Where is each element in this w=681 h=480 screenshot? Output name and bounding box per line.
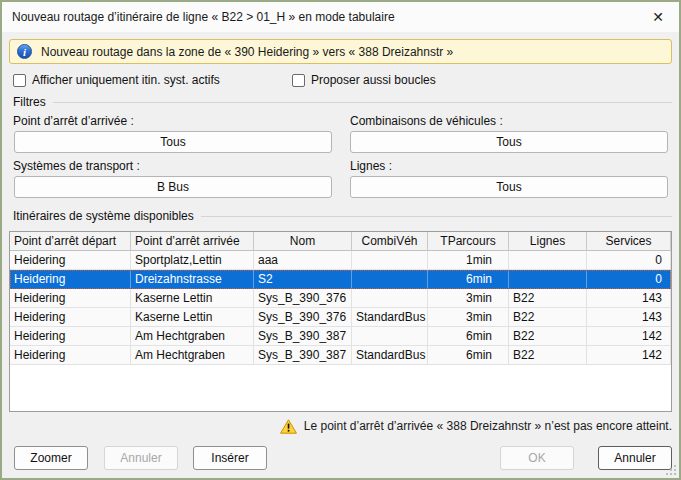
table-cell: 0 — [587, 270, 671, 289]
filter-button-vehicle-combinations[interactable]: Tous — [350, 131, 668, 153]
table-cell: Heidering — [10, 327, 131, 346]
table-cell: Heidering — [10, 308, 131, 327]
table-cell: Heidering — [10, 270, 131, 289]
routes-group-header: Itinéraires de système disponibles — [13, 209, 672, 223]
table-cell: B22 — [509, 346, 587, 365]
table-cell: Am Hechtgraben — [131, 327, 254, 346]
column-header[interactable]: Point d’arrêt départ — [10, 232, 131, 251]
table-cell: Heidering — [10, 346, 131, 365]
table-cell: 3min — [428, 289, 509, 308]
table-cell: StandardBus — [352, 308, 428, 327]
group-divider — [53, 102, 672, 103]
group-divider — [201, 216, 672, 217]
filter-label-vehicle-combinations: Combinaisons de véhicules : — [350, 114, 503, 128]
warning-icon — [280, 419, 297, 434]
filters-group-header: Filtres — [13, 95, 672, 109]
checkbox-icon[interactable] — [292, 74, 305, 87]
cancel-button[interactable]: Annuler — [598, 446, 672, 470]
title-bar: Nouveau routage d’itinéraire de ligne « … — [2, 2, 679, 32]
table-cell: B22 — [509, 327, 587, 346]
table-cell: 6min — [428, 270, 509, 289]
table-row[interactable]: HeideringKaserne LettinSys_B_390_3763min… — [10, 289, 671, 308]
filters-group-label: Filtres — [13, 95, 46, 109]
filter-button-transport-systems[interactable]: B Bus — [14, 176, 332, 198]
dialog-window: Nouveau routage d’itinéraire de ligne « … — [0, 0, 681, 480]
table-cell: Sys_B_390_376 — [254, 289, 352, 308]
filter-label-arrival-stop: Point d’arrêt d’arrivée : — [13, 114, 134, 128]
table-row[interactable]: HeideringAm HechtgrabenSys_B_390_387Stan… — [10, 346, 671, 365]
checkbox-row: Afficher uniquement itin. syst. actifs P… — [2, 72, 679, 88]
info-icon: i — [17, 44, 32, 59]
routes-group-label: Itinéraires de système disponibles — [13, 209, 194, 223]
checkbox-label: Afficher uniquement itin. syst. actifs — [32, 73, 220, 87]
table-cell: 143 — [587, 308, 671, 327]
table-cell: B22 — [509, 289, 587, 308]
table-cell: Am Hechtgraben — [131, 346, 254, 365]
table-cell — [352, 327, 428, 346]
table-cell: Heidering — [10, 289, 131, 308]
banner-text: Nouveau routage dans la zone de « 390 He… — [41, 45, 453, 59]
filter-label-lines: Lignes : — [350, 159, 392, 173]
table-cell: Sportplatz,Lettin — [131, 251, 254, 270]
table-cell: 142 — [587, 346, 671, 365]
table-cell: 3min — [428, 308, 509, 327]
table-cell: Heidering — [10, 251, 131, 270]
filter-label-transport-systems: Systèmes de transport : — [13, 159, 140, 173]
table-cell: Sys_B_390_376 — [254, 308, 352, 327]
table-cell — [352, 289, 428, 308]
table-cell: S2 — [254, 270, 352, 289]
table-cell: 143 — [587, 289, 671, 308]
info-banner: i Nouveau routage dans la zone de « 390 … — [9, 39, 672, 64]
table-cell — [352, 251, 428, 270]
table-cell: Sys_B_390_387 — [254, 346, 352, 365]
column-header[interactable]: Nom — [254, 232, 352, 251]
column-header[interactable]: CombiVéh — [352, 232, 428, 251]
insert-button[interactable]: Insérer — [193, 446, 267, 470]
table-cell: Dreizahnstrasse — [131, 270, 254, 289]
table-header: Point d’arrêt départPoint d’arrêt arrivé… — [10, 232, 671, 251]
routes-table[interactable]: Point d’arrêt départPoint d’arrêt arrivé… — [9, 231, 672, 412]
warning-text: Le point d’arrêt d’arrivée « 388 Dreizah… — [304, 419, 672, 433]
resize-grip[interactable] — [666, 465, 676, 475]
table-cell: StandardBus — [352, 346, 428, 365]
column-header[interactable]: Lignes — [509, 232, 587, 251]
warning-row: Le point d’arrêt d’arrivée « 388 Dreizah… — [280, 417, 672, 435]
column-header[interactable]: Point d’arrêt arrivée — [131, 232, 254, 251]
table-cell: Sys_B_390_387 — [254, 327, 352, 346]
window-title: Nouveau routage d’itinéraire de ligne « … — [12, 2, 395, 32]
checkbox-label: Proposer aussi boucles — [311, 73, 436, 87]
checkbox-icon[interactable] — [13, 74, 26, 87]
table-cell: aaa — [254, 251, 352, 270]
column-header[interactable]: TParcours — [428, 232, 509, 251]
table-cell: 1min — [428, 251, 509, 270]
close-button[interactable]: ✕ — [643, 5, 673, 29]
close-icon: ✕ — [652, 9, 664, 25]
table-cell: 6min — [428, 346, 509, 365]
table-cell — [509, 251, 587, 270]
zoom-button[interactable]: Zoomer — [14, 446, 88, 470]
table-row[interactable]: HeideringSportplatz,Lettinaaa1min0 — [10, 251, 671, 270]
table-row[interactable]: HeideringAm HechtgrabenSys_B_390_3876min… — [10, 327, 671, 346]
table-cell — [509, 270, 587, 289]
table-cell — [352, 270, 428, 289]
ok-button[interactable]: OK — [500, 446, 574, 470]
table-body: HeideringSportplatz,Lettinaaa1min0Heider… — [10, 251, 671, 365]
undo-button[interactable]: Annuler — [104, 446, 178, 470]
filter-button-lines[interactable]: Tous — [350, 176, 668, 198]
filter-button-arrival-stop[interactable]: Tous — [14, 131, 332, 153]
checkbox-propose-loops[interactable]: Proposer aussi boucles — [292, 72, 436, 88]
table-cell: B22 — [509, 308, 587, 327]
table-cell: Kaserne Lettin — [131, 289, 254, 308]
table-row[interactable]: HeideringKaserne LettinSys_B_390_376Stan… — [10, 308, 671, 327]
checkbox-show-active-systems[interactable]: Afficher uniquement itin. syst. actifs — [13, 72, 220, 88]
table-cell: Kaserne Lettin — [131, 308, 254, 327]
table-cell: 142 — [587, 327, 671, 346]
table-cell: 6min — [428, 327, 509, 346]
table-row[interactable]: HeideringDreizahnstrasseS26min0 — [10, 270, 671, 289]
column-header[interactable]: Services — [587, 232, 671, 251]
table-cell: 0 — [587, 251, 671, 270]
